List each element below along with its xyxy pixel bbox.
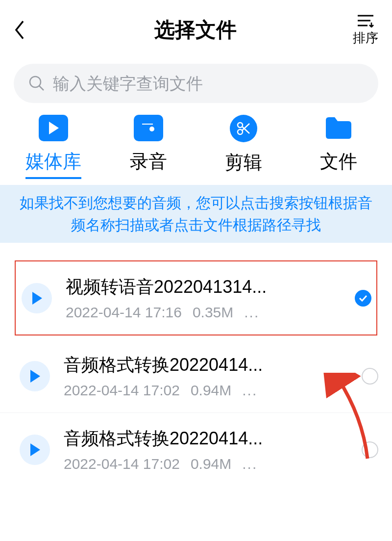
selection-checked-icon[interactable] <box>355 290 371 307</box>
tab-label: 文件 <box>320 149 357 179</box>
selection-unchecked-icon[interactable] <box>362 441 378 458</box>
more-icon[interactable]: ... <box>242 456 257 472</box>
search-box[interactable] <box>14 64 378 103</box>
search-input[interactable] <box>53 74 364 93</box>
svg-marker-13 <box>32 292 42 305</box>
file-date: 2022-04-14 17:02 <box>64 456 180 472</box>
tab-bar: 媒体库 录音 剪辑 文件 <box>0 115 392 180</box>
svg-point-10 <box>238 129 243 134</box>
header: 选择文件 排序 <box>0 0 392 54</box>
tab-label: 录音 <box>130 149 167 179</box>
tab-label: 媒体库 <box>25 149 81 179</box>
svg-marker-15 <box>30 443 40 456</box>
file-meta: 2022-04-14 17:02 0.94M ... <box>64 382 348 399</box>
selection-unchecked-icon[interactable] <box>362 368 378 385</box>
info-banner: 如果找不到您想要的音频，您可以点击搜索按钮根据音频名称扫描或者点击文件根据路径寻… <box>0 185 392 243</box>
more-icon[interactable]: ... <box>244 304 259 321</box>
play-button[interactable] <box>20 361 50 391</box>
file-item[interactable]: 音频格式转换20220414... 2022-04-14 17:02 0.94M… <box>0 413 392 486</box>
tab-media-library[interactable]: 媒体库 <box>12 115 95 180</box>
file-list: 视频转语音2022041314... 2022-04-14 17:16 0.35… <box>0 254 392 491</box>
file-date: 2022-04-14 17:02 <box>64 382 180 399</box>
tab-files[interactable]: 文件 <box>297 115 380 180</box>
file-size: 0.94M <box>191 382 231 399</box>
play-icon <box>29 370 40 383</box>
file-size: 0.94M <box>191 456 231 472</box>
search-icon <box>28 75 45 92</box>
svg-point-9 <box>238 123 243 128</box>
play-video-icon <box>39 115 68 141</box>
file-title: 视频转语音2022041314... <box>66 275 341 299</box>
partial-row-above <box>0 243 392 254</box>
tab-recording[interactable]: 录音 <box>107 115 190 180</box>
file-title: 音频格式转换20220414... <box>64 353 348 377</box>
play-icon <box>29 443 40 456</box>
file-info: 音频格式转换20220414... 2022-04-14 17:02 0.94M… <box>64 353 348 399</box>
file-item[interactable]: 视频转语音2022041314... 2022-04-14 17:16 0.35… <box>15 260 377 335</box>
play-button[interactable] <box>22 283 52 313</box>
search-container <box>14 64 378 103</box>
sort-label: 排序 <box>353 29 378 47</box>
file-title: 音频格式转换20220414... <box>64 427 348 451</box>
scissors-icon <box>230 115 257 142</box>
back-button[interactable] <box>14 20 38 40</box>
radio-icon <box>134 115 163 141</box>
svg-point-3 <box>30 77 41 87</box>
file-info: 视频转语音2022041314... 2022-04-14 17:16 0.35… <box>66 275 341 321</box>
svg-point-7 <box>149 127 154 131</box>
file-meta: 2022-04-14 17:16 0.35M ... <box>66 304 341 321</box>
svg-marker-14 <box>30 370 40 383</box>
tab-editing[interactable]: 剪辑 <box>202 115 285 180</box>
sort-button[interactable]: 排序 <box>353 14 378 47</box>
folder-icon <box>324 115 353 141</box>
svg-marker-5 <box>49 122 59 134</box>
svg-line-4 <box>39 86 44 90</box>
play-button[interactable] <box>20 435 50 465</box>
file-date: 2022-04-14 17:16 <box>66 304 182 321</box>
sort-icon <box>357 14 374 27</box>
tab-label: 剪辑 <box>225 150 262 180</box>
file-size: 0.35M <box>193 304 233 321</box>
file-meta: 2022-04-14 17:02 0.94M ... <box>64 456 348 472</box>
file-info: 音频格式转换20220414... 2022-04-14 17:02 0.94M… <box>64 427 348 472</box>
more-icon[interactable]: ... <box>242 382 257 399</box>
play-icon <box>31 292 42 305</box>
banner-text: 如果找不到您想要的音频，您可以点击搜索按钮根据音频名称扫描或者点击文件根据路径寻… <box>20 192 372 236</box>
file-item[interactable]: 音频格式转换20220414... 2022-04-14 17:02 0.94M… <box>0 339 392 413</box>
back-icon <box>14 20 25 40</box>
page-title: 选择文件 <box>38 16 353 44</box>
